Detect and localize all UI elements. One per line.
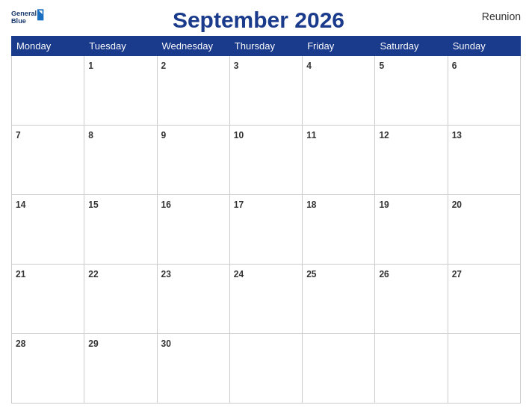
calendar-cell: 12 — [375, 126, 448, 195]
calendar-cell: 11 — [303, 126, 375, 195]
day-number: 5 — [379, 61, 384, 71]
calendar-week-5: 282930 — [12, 334, 521, 404]
calendar-header: General Blue September 2026 Reunion — [11, 7, 521, 33]
calendar-cell: 14 — [12, 195, 84, 265]
day-number: 24 — [234, 269, 244, 279]
calendar-cell: 3 — [229, 56, 302, 126]
calendar-cell: 19 — [375, 195, 448, 265]
calendar-cell — [375, 334, 448, 404]
calendar-cell: 27 — [448, 265, 520, 334]
day-number: 6 — [452, 61, 457, 71]
calendar-cell: 8 — [84, 126, 157, 195]
day-number: 22 — [88, 269, 98, 279]
calendar-cell — [229, 334, 302, 404]
calendar-cell: 16 — [157, 195, 229, 265]
header-sunday: Sunday — [448, 37, 520, 56]
day-number: 23 — [161, 269, 171, 279]
calendar-cell — [303, 334, 375, 404]
calendar-cell: 25 — [303, 265, 375, 334]
calendar-week-1: 123456 — [12, 56, 521, 126]
day-number: 18 — [306, 200, 316, 210]
calendar-week-2: 78910111213 — [12, 126, 521, 195]
day-number: 12 — [379, 130, 389, 140]
day-number: 17 — [234, 200, 244, 210]
calendar-cell: 15 — [84, 195, 157, 265]
title-area: September 2026 — [49, 7, 468, 33]
calendar-cell: 2 — [157, 56, 229, 126]
calendar-body: 1234567891011121314151617181920212223242… — [12, 56, 521, 404]
weekday-header-row: Monday Tuesday Wednesday Thursday Friday… — [12, 37, 521, 56]
logo: General Blue — [11, 7, 49, 28]
calendar-cell: 29 — [84, 334, 157, 404]
calendar-cell: 26 — [375, 265, 448, 334]
calendar-cell: 7 — [12, 126, 84, 195]
calendar-cell: 13 — [448, 126, 520, 195]
calendar-cell: 6 — [448, 56, 520, 126]
day-number: 10 — [234, 130, 244, 140]
day-number: 20 — [452, 200, 462, 210]
day-number: 19 — [379, 200, 389, 210]
calendar-cell: 24 — [229, 265, 302, 334]
day-number: 4 — [306, 61, 312, 71]
calendar-week-3: 14151617181920 — [12, 195, 521, 265]
svg-text:Blue: Blue — [11, 17, 26, 25]
svg-text:General: General — [11, 10, 37, 17]
day-number: 21 — [16, 269, 25, 279]
calendar-cell: 9 — [157, 126, 229, 195]
calendar-table: Monday Tuesday Wednesday Thursday Friday… — [11, 36, 521, 404]
day-number: 29 — [88, 339, 98, 349]
day-number: 30 — [161, 339, 171, 349]
day-number: 11 — [306, 130, 316, 140]
day-number: 26 — [379, 269, 389, 279]
region-label: Reunion — [468, 7, 521, 22]
day-number: 2 — [161, 61, 167, 71]
calendar-cell: 17 — [229, 195, 302, 265]
day-number: 27 — [452, 269, 462, 279]
calendar-cell: 20 — [448, 195, 520, 265]
calendar-cell: 10 — [229, 126, 302, 195]
day-number: 8 — [88, 130, 93, 140]
calendar-cell — [448, 334, 520, 404]
calendar-cell: 21 — [12, 265, 84, 334]
day-number: 13 — [452, 130, 462, 140]
day-number: 15 — [88, 200, 98, 210]
calendar-cell: 18 — [303, 195, 375, 265]
day-number: 25 — [306, 269, 316, 279]
header-wednesday: Wednesday — [157, 37, 229, 56]
header-thursday: Thursday — [229, 37, 302, 56]
logo-icon: General Blue — [11, 7, 49, 28]
calendar-cell: 22 — [84, 265, 157, 334]
calendar-cell: 28 — [12, 334, 84, 404]
calendar-cell: 23 — [157, 265, 229, 334]
header-monday: Monday — [12, 37, 84, 56]
header-saturday: Saturday — [375, 37, 448, 56]
day-number: 16 — [161, 200, 171, 210]
calendar-week-4: 21222324252627 — [12, 265, 521, 334]
header-tuesday: Tuesday — [84, 37, 157, 56]
calendar-cell: 4 — [303, 56, 375, 126]
calendar-cell — [12, 56, 84, 126]
day-number: 7 — [16, 130, 21, 140]
day-number: 14 — [16, 200, 25, 210]
day-number: 9 — [161, 130, 167, 140]
calendar-cell: 30 — [157, 334, 229, 404]
day-number: 28 — [16, 339, 25, 349]
calendar-cell: 5 — [375, 56, 448, 126]
day-number: 3 — [234, 61, 239, 71]
day-number: 1 — [88, 61, 93, 71]
calendar-cell: 1 — [84, 56, 157, 126]
header-friday: Friday — [303, 37, 375, 56]
month-title: September 2026 — [49, 7, 468, 33]
